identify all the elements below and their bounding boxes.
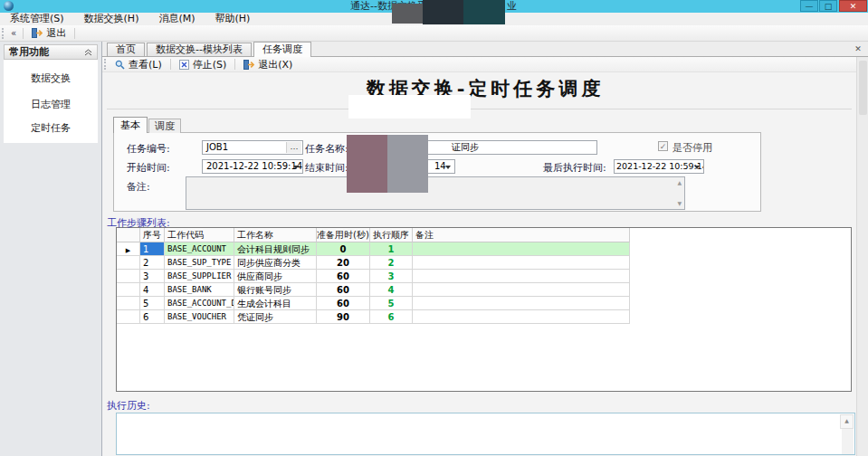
tab-close-icon[interactable]: ✕ bbox=[853, 43, 863, 54]
table-row[interactable]: 5 BASE_ACCOUNT_DCY 生成会计科目 60 5 bbox=[117, 297, 851, 310]
cell-prep[interactable]: 90 bbox=[317, 310, 370, 324]
cell-prep[interactable]: 20 bbox=[317, 256, 370, 270]
browse-button[interactable]: … bbox=[286, 142, 301, 153]
column-header[interactable]: 备注 bbox=[413, 228, 630, 242]
row-selector-cell[interactable]: ▶ bbox=[117, 242, 140, 256]
task-no-label: 任务编号: bbox=[127, 143, 170, 155]
column-header[interactable]: 执行顺序 bbox=[370, 228, 413, 242]
cell-remark[interactable] bbox=[413, 256, 630, 270]
minimize-button[interactable]: — bbox=[800, 0, 818, 12]
form-tab-basic[interactable]: 基本 bbox=[113, 117, 148, 133]
collapse-sidebar-button[interactable]: « bbox=[11, 28, 16, 38]
cell-remark[interactable] bbox=[413, 270, 630, 283]
row-selector-cell[interactable] bbox=[117, 310, 140, 324]
sidebar-header-label: 常用功能 bbox=[9, 45, 49, 59]
table-row[interactable]: 2 BASE_SUP_TYPE 同步供应商分类 20 2 bbox=[117, 256, 851, 270]
cell-name[interactable]: 同步供应商分类 bbox=[234, 256, 317, 270]
last-run-combo[interactable]: 2021-12-22 10:59:14 bbox=[614, 159, 704, 174]
column-header[interactable]: 准备用时(秒) bbox=[317, 228, 370, 242]
cell-name[interactable]: 会计科目规则同步 bbox=[234, 242, 317, 256]
cell-prep[interactable]: 60 bbox=[317, 297, 370, 310]
cell-remark[interactable] bbox=[413, 283, 630, 297]
row-selector-cell[interactable] bbox=[117, 256, 140, 270]
cell-code[interactable]: BASE_ACCOUNT_DCY bbox=[165, 297, 234, 310]
toolbar-separator bbox=[74, 28, 75, 39]
cell-no[interactable]: 3 bbox=[140, 270, 165, 283]
column-header[interactable]: 工作代码 bbox=[165, 228, 234, 242]
menu-data-exchange[interactable]: 数据交换(H) bbox=[74, 13, 149, 25]
row-selector-cell[interactable] bbox=[117, 297, 140, 310]
chevron-down-icon[interactable] bbox=[694, 166, 700, 169]
chevron-down-icon[interactable] bbox=[293, 166, 299, 169]
cell-order[interactable]: 2 bbox=[370, 256, 413, 270]
cell-name[interactable]: 凭证同步 bbox=[234, 310, 317, 324]
cell-order[interactable]: 5 bbox=[370, 297, 413, 310]
cell-name[interactable]: 银行账号同步 bbox=[234, 283, 317, 297]
tab-home[interactable]: 首页 bbox=[107, 43, 145, 56]
scroll-down-icon[interactable]: ▼ bbox=[677, 201, 682, 206]
menu-message[interactable]: 消息(M) bbox=[148, 13, 205, 25]
cell-no[interactable]: 2 bbox=[140, 256, 165, 270]
cell-name[interactable]: 生成会计科目 bbox=[234, 297, 317, 310]
close-button[interactable]: ✕ bbox=[839, 0, 867, 12]
cell-remark[interactable] bbox=[413, 310, 630, 324]
table-row[interactable]: 3 BASE_SUPPLIER 供应商同步 60 3 bbox=[117, 270, 851, 283]
cell-remark[interactable] bbox=[413, 297, 630, 310]
sidebar-item-scheduled-tasks[interactable]: 定时任务 bbox=[4, 121, 98, 136]
table-row[interactable]: ▶ 1 BASE_ACCOUNT 会计科目规则同步 0 1 bbox=[117, 242, 851, 256]
stop-button[interactable]: 停止(S) bbox=[176, 57, 231, 72]
toolbar-separator bbox=[234, 59, 235, 70]
cell-no[interactable]: 6 bbox=[140, 310, 165, 324]
view-button[interactable]: 查看(L) bbox=[111, 57, 166, 72]
sidebar-item-data-exchange[interactable]: 数据交换 bbox=[4, 71, 98, 86]
collapse-panel-icon[interactable] bbox=[84, 49, 92, 56]
history-scrollbar[interactable]: ▲ bbox=[842, 414, 854, 454]
cell-order[interactable]: 4 bbox=[370, 283, 413, 297]
sidebar-item-log-management[interactable]: 日志管理 bbox=[4, 98, 98, 112]
chevron-down-icon[interactable] bbox=[445, 166, 451, 169]
cell-name[interactable]: 供应商同步 bbox=[234, 270, 317, 283]
cell-no[interactable]: 4 bbox=[140, 283, 165, 297]
content-scrollbar[interactable] bbox=[856, 57, 868, 456]
tab-module-list[interactable]: 数据交换--模块列表 bbox=[147, 43, 252, 56]
row-selector-cell[interactable] bbox=[117, 283, 140, 297]
redaction-block bbox=[423, 0, 463, 24]
cell-remark[interactable] bbox=[413, 242, 630, 256]
menu-help[interactable]: 帮助(H) bbox=[205, 13, 261, 25]
cell-code[interactable]: BASE_SUPPLIER bbox=[165, 270, 234, 283]
tab-task-schedule[interactable]: 任务调度 bbox=[253, 42, 311, 57]
cell-prep[interactable]: 0 bbox=[317, 242, 370, 256]
scroll-up-icon[interactable]: ▲ bbox=[840, 414, 854, 429]
form-tab-schedule[interactable]: 调度 bbox=[148, 119, 181, 133]
column-header[interactable]: 工作名称 bbox=[234, 228, 317, 242]
disable-checkbox[interactable]: ✓ bbox=[658, 141, 668, 151]
toolbar-separator bbox=[23, 28, 24, 39]
cell-order[interactable]: 6 bbox=[370, 310, 413, 324]
menu-system[interactable]: 系统管理(S) bbox=[0, 13, 74, 25]
cell-order[interactable]: 3 bbox=[370, 270, 413, 283]
table-row[interactable]: 6 BASE_VOUCHER 凭证同步 90 6 bbox=[117, 310, 851, 324]
start-time-combo[interactable]: 2021-12-22 10:59:14 bbox=[202, 159, 303, 174]
task-no-input[interactable]: JOB1 … bbox=[202, 140, 303, 155]
scroll-up-icon[interactable]: ▲ bbox=[677, 180, 682, 185]
cell-code[interactable]: BASE_BANK bbox=[165, 283, 234, 297]
cell-prep[interactable]: 60 bbox=[317, 283, 370, 297]
sidebar-header[interactable]: 常用功能 bbox=[4, 44, 98, 60]
cell-order[interactable]: 1 bbox=[370, 242, 413, 256]
cell-code[interactable]: BASE_SUP_TYPE bbox=[165, 256, 234, 270]
maximize-button[interactable]: □ bbox=[819, 0, 837, 12]
divider bbox=[107, 109, 852, 109]
cell-no[interactable]: 1 bbox=[140, 242, 165, 256]
history-listbox[interactable]: ▲ bbox=[116, 413, 855, 455]
column-header[interactable]: 序号 bbox=[140, 228, 165, 242]
row-selector-cell[interactable] bbox=[117, 270, 140, 283]
cell-code[interactable]: BASE_ACCOUNT bbox=[165, 242, 234, 256]
cell-no[interactable]: 5 bbox=[140, 297, 165, 310]
exit-tab-button[interactable]: 退出(X) bbox=[240, 57, 296, 72]
exit-button[interactable]: 退出 bbox=[28, 25, 70, 41]
row-selector-header bbox=[117, 228, 140, 242]
remark-textarea[interactable]: ▲ ▼ bbox=[186, 176, 685, 210]
table-row[interactable]: 4 BASE_BANK 银行账号同步 60 4 bbox=[117, 283, 851, 297]
cell-code[interactable]: BASE_VOUCHER bbox=[165, 310, 234, 324]
cell-prep[interactable]: 60 bbox=[317, 270, 370, 283]
